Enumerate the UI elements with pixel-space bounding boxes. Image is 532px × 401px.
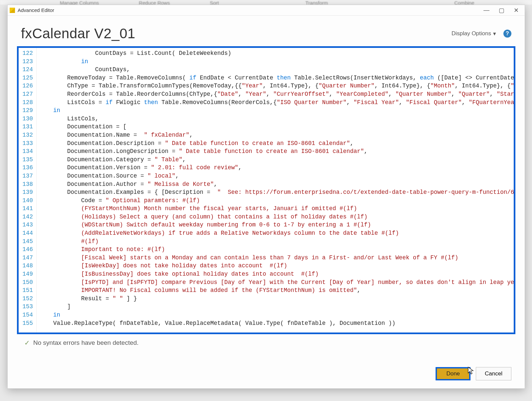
done-button[interactable]: Done	[436, 367, 470, 380]
help-icon[interactable]: ?	[503, 30, 511, 38]
background-ribbon: Manage Columns Reduce Rows Sort Transfor…	[0, 0, 532, 5]
cancel-button[interactable]: Cancel	[476, 367, 511, 380]
window-title: Advanced Editor	[18, 7, 483, 13]
app-icon	[10, 8, 15, 13]
status-text: No syntax errors have been detected.	[33, 339, 139, 346]
close-icon[interactable]: ✕	[514, 7, 519, 14]
line-number-gutter: 1221231241251261271281291301311321331341…	[19, 48, 37, 333]
maximize-icon[interactable]: ▢	[499, 7, 504, 14]
minimize-icon[interactable]: —	[483, 7, 489, 14]
display-options-dropdown[interactable]: Display Options ▾	[452, 30, 496, 37]
code-editor[interactable]: 1221231241251261271281291301311321331341…	[17, 46, 515, 334]
header: fxCalendar V2_01 Display Options ▾ ?	[8, 16, 525, 46]
status-bar: ✓ No syntax errors have been detected.	[8, 334, 525, 347]
checkmark-icon: ✓	[24, 339, 30, 347]
code-content[interactable]: CountDays = List.Count( DeleteWeekends) …	[37, 48, 514, 333]
chevron-down-icon: ▾	[493, 30, 496, 37]
titlebar: Advanced Editor — ▢ ✕	[8, 5, 525, 16]
query-name: fxCalendar V2_01	[21, 26, 135, 42]
advanced-editor-window: Advanced Editor — ▢ ✕ fxCalendar V2_01 D…	[7, 5, 525, 389]
